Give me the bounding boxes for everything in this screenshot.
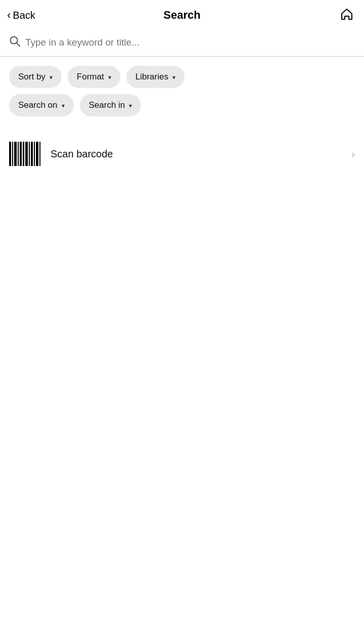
- barcode-icon: [9, 142, 40, 166]
- svg-rect-6: [20, 142, 22, 166]
- svg-rect-2: [9, 142, 11, 166]
- svg-rect-10: [31, 142, 33, 166]
- search-in-button[interactable]: Search in ▾: [80, 94, 142, 116]
- back-button[interactable]: ‹ Back: [7, 10, 35, 21]
- page-title: Search: [163, 9, 200, 22]
- svg-rect-12: [36, 142, 38, 166]
- sort-by-label: Sort by: [18, 72, 46, 82]
- libraries-chevron-icon: ▾: [172, 74, 175, 81]
- svg-rect-8: [25, 142, 28, 166]
- sort-by-chevron-icon: ▾: [50, 74, 53, 81]
- search-on-button[interactable]: Search on ▾: [9, 94, 74, 116]
- home-icon: [340, 7, 354, 21]
- search-input[interactable]: [25, 37, 355, 48]
- search-on-label: Search on: [18, 100, 58, 110]
- svg-rect-4: [14, 142, 17, 166]
- libraries-label: Libraries: [135, 72, 168, 82]
- filter-row-2: Search on ▾ Search in ▾: [0, 88, 364, 116]
- format-label: Format: [77, 72, 104, 82]
- search-icon: [9, 35, 20, 49]
- libraries-button[interactable]: Libraries ▾: [126, 66, 185, 88]
- scan-barcode-chevron-icon: ›: [351, 148, 355, 160]
- svg-rect-7: [23, 142, 24, 166]
- svg-rect-9: [29, 142, 30, 166]
- svg-rect-3: [12, 142, 13, 166]
- format-chevron-icon: ▾: [108, 74, 111, 81]
- filter-row-1: Sort by ▾ Format ▾ Libraries ▾: [0, 57, 364, 88]
- back-label: Back: [13, 10, 35, 21]
- scan-barcode-row[interactable]: Scan barcode ›: [9, 137, 355, 171]
- svg-rect-5: [18, 142, 19, 166]
- search-in-chevron-icon: ▾: [129, 102, 132, 109]
- svg-rect-13: [39, 142, 40, 166]
- search-on-chevron-icon: ▾: [62, 102, 65, 109]
- search-in-label: Search in: [89, 100, 125, 110]
- scan-barcode-label: Scan barcode: [51, 148, 113, 160]
- svg-rect-11: [34, 142, 35, 166]
- sort-by-button[interactable]: Sort by ▾: [9, 66, 62, 88]
- search-bar-container: [0, 30, 364, 57]
- format-button[interactable]: Format ▾: [68, 66, 120, 88]
- back-chevron-icon: ‹: [7, 10, 11, 21]
- home-button[interactable]: [340, 7, 354, 23]
- svg-line-1: [17, 43, 20, 46]
